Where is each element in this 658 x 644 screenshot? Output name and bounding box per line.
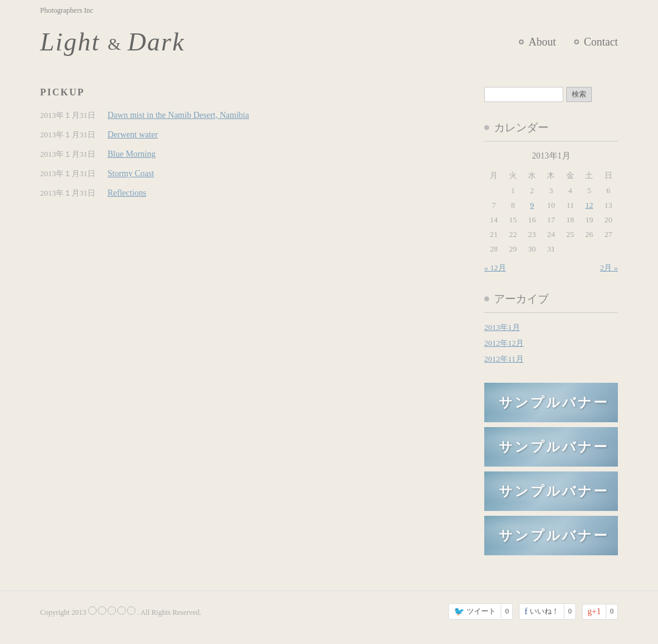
calendar-day: 5 — [580, 183, 598, 198]
main-content: PICKUP 2013年１月31日 Dawn mist in the Namib… — [0, 69, 658, 578]
calendar-day — [561, 242, 580, 256]
calendar-day: 22 — [503, 227, 522, 242]
calendar-day: 17 — [541, 213, 560, 227]
like-button[interactable]: f いいね！ 0 — [519, 603, 576, 620]
like-count: 0 — [564, 605, 575, 618]
calendar-day: 31 — [541, 242, 560, 256]
pickup-row: 2013年１月31日 Reflections — [40, 188, 460, 199]
banner-4[interactable]: サンプルバナー — [484, 516, 618, 555]
banner-text-4: サンプルバナー — [499, 527, 609, 545]
site-title: Light & Dark — [40, 27, 185, 57]
calendar-day: 2 — [523, 183, 541, 198]
calendar-day: 28 — [484, 242, 503, 256]
calendar-day — [580, 242, 598, 256]
calendar-day: 6 — [599, 183, 618, 198]
archive-link[interactable]: 2013年1月 — [484, 322, 618, 333]
calendar-day: 14 — [484, 213, 503, 227]
circle-5 — [127, 606, 135, 615]
archive-link[interactable]: 2012年11月 — [484, 354, 618, 365]
pickup-date: 2013年１月31日 — [40, 129, 95, 140]
calendar-day: 13 — [599, 198, 618, 213]
like-label-text: いいね！ — [530, 606, 559, 617]
calendar-day: 7 — [484, 198, 503, 213]
pickup-link[interactable]: Derwent water — [108, 130, 158, 140]
archive-list: 2013年1月2012年12月2012年11月 — [484, 322, 618, 365]
calendar-day[interactable]: 12 — [580, 198, 598, 213]
tweet-label: 🐦 ツイート — [449, 604, 501, 619]
title-ampersand: & — [108, 35, 128, 53]
banner-1[interactable]: サンプルバナー — [484, 383, 618, 422]
nav-about-dot — [519, 39, 524, 44]
calendar-header: 水 — [523, 168, 541, 183]
banner-3[interactable]: サンプルバナー — [484, 471, 618, 511]
calendar-day: 8 — [503, 198, 522, 213]
title-dark: Dark — [128, 28, 185, 56]
calendar-day: 25 — [561, 227, 580, 242]
search-area: 検索 — [484, 87, 618, 102]
nav-contact-label: Contact — [584, 36, 618, 49]
gplus-button[interactable]: g+1 0 — [582, 604, 618, 620]
calendar-day: 20 — [599, 213, 618, 227]
calendar-section-title: カレンダー — [484, 120, 618, 135]
tweet-count: 0 — [501, 605, 512, 618]
circle-2 — [98, 606, 106, 615]
nav-about[interactable]: About — [519, 36, 556, 49]
circle-4 — [117, 606, 126, 615]
search-button[interactable]: 検索 — [566, 87, 592, 102]
calendar-day — [484, 183, 503, 198]
tweet-button[interactable]: 🐦 ツイート 0 — [448, 603, 513, 620]
calendar-day: 27 — [599, 227, 618, 242]
nav-about-label: About — [529, 36, 556, 49]
archive-section-title: アーカイブ — [484, 292, 618, 306]
calendar-table: 月火水木金土日 12345678910111213141516171819202… — [484, 168, 618, 256]
search-input[interactable] — [484, 87, 563, 102]
calendar-divider — [484, 141, 618, 142]
calendar-day: 4 — [561, 183, 580, 198]
calendar-day: 10 — [541, 198, 560, 213]
gplus-label: g+1 — [583, 605, 606, 619]
footer-circles — [88, 606, 135, 615]
nav-contact[interactable]: Contact — [574, 36, 618, 49]
calendar-next[interactable]: 2月 » — [600, 262, 618, 273]
pickup-row: 2013年１月31日 Dawn mist in the Namib Desert… — [40, 110, 460, 121]
tweet-label-text: ツイート — [467, 606, 496, 617]
calendar-prev[interactable]: « 12月 — [484, 262, 506, 273]
calendar-day: 26 — [580, 227, 598, 242]
calendar-header: 火 — [503, 168, 522, 183]
facebook-icon: f — [524, 607, 527, 617]
calendar-day[interactable]: 9 — [523, 198, 541, 213]
banners-area: サンプルバナーサンプルバナーサンプルバナーサンプルバナー — [484, 383, 618, 555]
calendar-day: 24 — [541, 227, 560, 242]
twitter-icon: 🐦 — [454, 606, 464, 617]
calendar-header: 木 — [541, 168, 560, 183]
archive-title-label: アーカイブ — [494, 292, 549, 306]
banner-2[interactable]: サンプルバナー — [484, 427, 618, 467]
pickup-date: 2013年１月31日 — [40, 168, 95, 179]
social-buttons: 🐦 ツイート 0 f いいね！ 0 g+1 0 — [448, 603, 618, 620]
calendar-header: 金 — [561, 168, 580, 183]
calendar-header: 日 — [599, 168, 618, 183]
pickup-row: 2013年１月31日 Stormy Coast — [40, 168, 460, 179]
pickup-link[interactable]: Blue Morning — [108, 149, 156, 159]
gplus-count: 0 — [606, 605, 617, 618]
circle-3 — [108, 606, 116, 615]
header: Light & Dark About Contact — [0, 21, 658, 69]
pickup-row: 2013年１月31日 Derwent water — [40, 129, 460, 140]
circle-1 — [88, 606, 97, 615]
pickup-row: 2013年１月31日 Blue Morning — [40, 149, 460, 160]
calendar-header: 土 — [580, 168, 598, 183]
calendar-day: 19 — [580, 213, 598, 227]
photographers-inc-label: Photographers Inc — [0, 0, 658, 21]
pickup-link[interactable]: Reflections — [108, 188, 146, 198]
pickup-link[interactable]: Stormy Coast — [108, 169, 154, 179]
copyright-text: Copyright 2013 — [40, 608, 86, 617]
archive-link[interactable]: 2012年12月 — [484, 338, 618, 349]
calendar-day: 18 — [561, 213, 580, 227]
calendar-day: 1 — [503, 183, 522, 198]
banner-text-3: サンプルバナー — [499, 482, 609, 501]
calendar-header: 月 — [484, 168, 503, 183]
calendar-title-label: カレンダー — [494, 120, 549, 135]
pickup-title: PICKUP — [40, 87, 460, 98]
archive-divider — [484, 312, 618, 313]
pickup-link[interactable]: Dawn mist in the Namib Desert, Namibia — [108, 111, 249, 120]
